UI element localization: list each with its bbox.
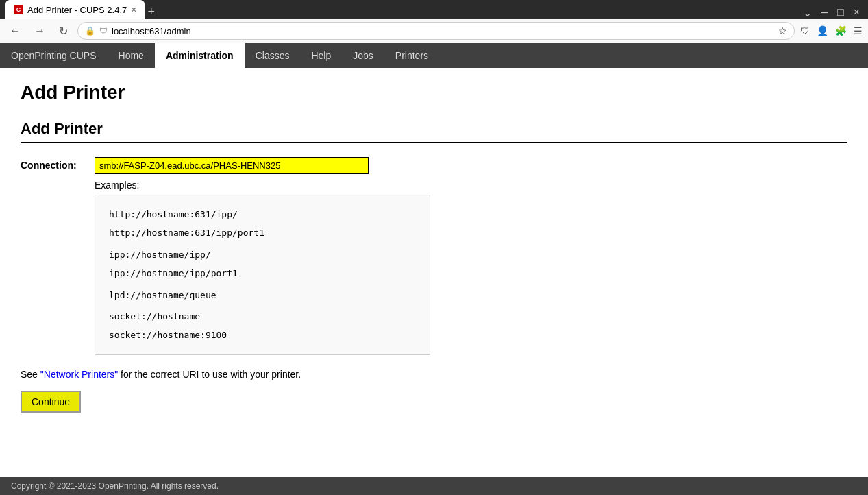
browser-tab[interactable]: C Add Printer - CUPS 2.4.7 ×	[5, 0, 145, 19]
example-line-5: lpd://hostname/queue	[109, 287, 416, 303]
maximize-button[interactable]: □	[834, 6, 847, 19]
info-text-before: See	[21, 369, 40, 380]
star-icon[interactable]: ☆	[778, 25, 787, 36]
nav-openprinting-cups[interactable]: OpenPrinting CUPS	[0, 43, 108, 68]
connection-label: Connection:	[21, 157, 89, 171]
nav-printers[interactable]: Printers	[384, 43, 439, 68]
chevron-down-icon[interactable]: ⌄	[800, 6, 815, 19]
continue-button[interactable]: Continue	[21, 391, 81, 413]
shield-icon: 🛡	[99, 26, 108, 36]
example-line-2: http://hostname:631/ipp/port1	[109, 225, 416, 241]
shield-action-icon[interactable]: 🛡	[800, 25, 810, 36]
lock-icon: 🔒	[85, 26, 95, 36]
example-line-3: ipp://hostname/ipp/	[109, 247, 416, 263]
page-title: Add Printer	[21, 82, 847, 104]
tab-close-button[interactable]: ×	[131, 4, 136, 15]
browser-nav-bar: ← → ↻ 🔒 🛡 localhost:631/admin ☆ 🛡 👤 🧩 ☰	[0, 19, 868, 43]
refresh-button[interactable]: ↻	[55, 23, 72, 39]
nav-help[interactable]: Help	[300, 43, 342, 68]
tab-favicon: C	[14, 5, 23, 14]
info-text-after: for the correct URI to use with your pri…	[118, 369, 301, 380]
forward-button[interactable]: →	[30, 23, 49, 38]
address-bar[interactable]: 🔒 🛡 localhost:631/admin ☆	[77, 22, 795, 40]
examples-box: http://hostname:631/ipp/ http://hostname…	[95, 195, 430, 355]
extensions-icon[interactable]: 🧩	[835, 25, 847, 36]
back-button[interactable]: ←	[5, 23, 25, 38]
address-text: localhost:631/admin	[112, 26, 774, 36]
minimize-button[interactable]: –	[819, 6, 830, 19]
window-controls: ⌄ – □ ×	[800, 6, 863, 19]
browser-actions: 🛡 👤 🧩 ☰	[800, 25, 863, 36]
examples-label: Examples:	[95, 180, 847, 191]
example-line-6: socket://hostname	[109, 309, 416, 324]
network-printers-link[interactable]: "Network Printers"	[40, 369, 118, 380]
nav-administration[interactable]: Administration	[155, 43, 245, 68]
info-text: See "Network Printers" for the correct U…	[21, 369, 847, 380]
main-content: Add Printer Add Printer Connection: Exam…	[0, 68, 868, 426]
menu-icon[interactable]: ☰	[854, 25, 863, 36]
connection-row: Connection:	[21, 157, 847, 174]
example-line-1: http://hostname:631/ipp/	[109, 206, 416, 222]
profile-icon[interactable]: 👤	[817, 25, 828, 36]
cups-navigation: OpenPrinting CUPS Home Administration Cl…	[0, 43, 868, 68]
nav-jobs[interactable]: Jobs	[342, 43, 384, 68]
section-title: Add Printer	[21, 120, 847, 143]
nav-home[interactable]: Home	[108, 43, 155, 68]
close-window-button[interactable]: ×	[851, 6, 863, 19]
example-line-4: ipp://hostname/ipp/port1	[109, 265, 416, 281]
new-tab-button[interactable]: +	[147, 5, 155, 19]
nav-classes[interactable]: Classes	[245, 43, 301, 68]
tab-title: Add Printer - CUPS 2.4.7	[27, 5, 127, 15]
browser-tab-bar: C Add Printer - CUPS 2.4.7 × + ⌄ – □ ×	[0, 0, 868, 19]
connection-input[interactable]	[95, 157, 369, 174]
example-line-7: socket://hostname:9100	[109, 327, 416, 343]
